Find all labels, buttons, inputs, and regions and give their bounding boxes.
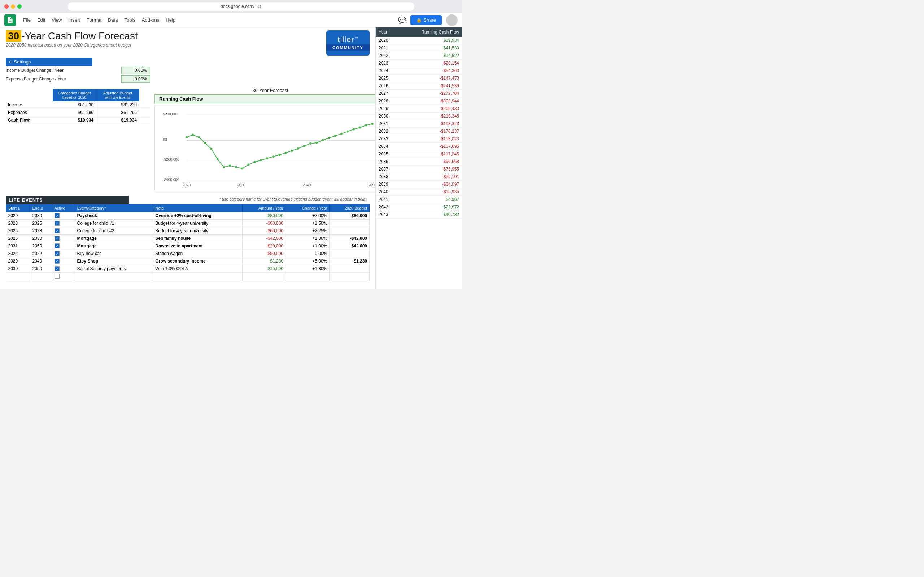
svg-point-15: [192, 134, 194, 136]
checkbox[interactable]: [55, 274, 60, 279]
chart-title: 30-Year Forecast: [155, 88, 375, 93]
le-budget: [330, 272, 370, 281]
table-row: 2035 -$117,245: [376, 150, 462, 158]
table-row: 2028 -$303,944: [376, 97, 462, 105]
url-text: docs.google.com/: [221, 4, 254, 9]
list-item: 2020 2040 ✓ Etsy Shop Grow secondary inc…: [6, 258, 370, 265]
cf-cell-col2: $61,296: [96, 109, 139, 116]
le-budget: -$42,000: [330, 242, 370, 250]
checkbox[interactable]: ✓: [55, 266, 60, 271]
menu-view[interactable]: View: [49, 16, 65, 24]
table-row: 2029 -$269,430: [376, 105, 462, 113]
le-change: +5.00%: [286, 258, 330, 265]
le-active[interactable]: ✓: [52, 258, 75, 265]
menu-file[interactable]: File: [20, 16, 34, 24]
le-event: Mortgage: [75, 242, 153, 250]
le-end: 2030: [30, 212, 52, 220]
le-active[interactable]: ✓: [52, 212, 75, 220]
le-event: College for child #1: [75, 220, 153, 227]
le-event: College for child #2: [75, 227, 153, 235]
checkbox[interactable]: ✓: [55, 251, 60, 256]
le-start: 2031: [6, 242, 30, 250]
table-row: 2041 $4,967: [376, 196, 462, 203]
rcf-cell: $19,934: [398, 37, 462, 44]
le-active[interactable]: ✓: [52, 250, 75, 258]
checkbox[interactable]: ✓: [55, 221, 60, 226]
le-active[interactable]: ✓: [52, 227, 75, 235]
le-active[interactable]: ✓: [52, 242, 75, 250]
checkbox[interactable]: ✓: [55, 228, 60, 233]
title-rest: -Year Cash Flow Forecast: [21, 30, 138, 42]
year-cell: 2034: [376, 143, 398, 150]
svg-point-38: [334, 135, 336, 137]
list-item: 2030 2050 ✓ Social Security payments Wit…: [6, 265, 370, 272]
close-button[interactable]: [4, 4, 9, 9]
reload-icon[interactable]: ↺: [257, 3, 262, 10]
le-budget: -$42,000: [330, 235, 370, 242]
le-event: Paycheck: [75, 212, 153, 220]
chart-dropdown[interactable]: Running Cash Flow ▼: [155, 95, 375, 103]
comments-icon[interactable]: 💬: [398, 16, 406, 24]
svg-point-30: [284, 152, 287, 154]
cf-adjusted-header: Adjusted Budget with Life Events: [96, 89, 139, 102]
table-row: 2021 $41,530: [376, 44, 462, 52]
checkbox[interactable]: ✓: [55, 259, 60, 264]
share-button[interactable]: 🔒 Share: [410, 15, 442, 25]
rcf-cell: -$34,097: [398, 181, 462, 188]
rcf-cell: -$117,245: [398, 150, 462, 158]
menu-items: File Edit View Insert Format Data Tools …: [20, 16, 397, 24]
menu-tools[interactable]: Tools: [121, 16, 138, 24]
tiller-name: tiller™: [338, 35, 358, 44]
le-active[interactable]: [52, 272, 75, 281]
year-cell: 2031: [376, 120, 398, 128]
cf-table-section: 2020Cash Flow Categories Budget based on…: [6, 86, 150, 193]
avatar[interactable]: [446, 15, 458, 26]
le-note-cell: With 1.3% COLA: [153, 265, 242, 272]
menu-format[interactable]: Format: [84, 16, 104, 24]
expense-value[interactable]: 0.00%: [121, 76, 150, 82]
menu-help[interactable]: Help: [163, 16, 178, 24]
le-active[interactable]: ✓: [52, 235, 75, 242]
le-header: LIFE EVENTS: [6, 196, 129, 204]
cf-cell-label: Income: [6, 102, 53, 108]
year-cell: 2039: [376, 181, 398, 188]
th-amount: Amount / Year: [242, 205, 286, 212]
table-row: 2025 -$147,473: [376, 75, 462, 82]
le-amount: -$20,000: [242, 242, 286, 250]
le-start: 2025: [6, 227, 30, 235]
le-end: 2026: [30, 220, 52, 227]
checkbox[interactable]: ✓: [55, 243, 60, 248]
minimize-button[interactable]: [11, 4, 15, 9]
cf-cell-col1: $19,934: [53, 116, 96, 124]
svg-point-39: [340, 133, 342, 135]
svg-point-31: [291, 150, 293, 152]
le-active[interactable]: ✓: [52, 220, 75, 227]
rcf-cell: -$178,237: [398, 128, 462, 135]
title-area: 30 -Year Cash Flow Forecast 2020-2050 fo…: [6, 30, 370, 56]
cf-table-header: 2020Cash Flow Categories Budget based on…: [6, 89, 150, 102]
year-cell: 2027: [376, 90, 398, 97]
le-note-cell: Downsize to apartment: [153, 242, 242, 250]
year-cell: 2020: [376, 37, 398, 44]
le-active[interactable]: ✓: [52, 265, 75, 272]
menu-data[interactable]: Data: [105, 16, 121, 24]
maximize-button[interactable]: [17, 4, 22, 9]
menu-edit[interactable]: Edit: [34, 16, 48, 24]
address-bar[interactable]: docs.google.com/ ↺: [68, 2, 414, 11]
checkbox[interactable]: ✓: [55, 213, 60, 218]
menu-insert[interactable]: Insert: [65, 16, 83, 24]
menu-addons[interactable]: Add-ons: [139, 16, 162, 24]
th-event: Event/Category*: [75, 205, 153, 212]
table-row: 2030 -$218,345: [376, 113, 462, 120]
le-note-cell: Sell family house: [153, 235, 242, 242]
year-cell: 2041: [376, 196, 398, 203]
rcf-cell: -$12,935: [398, 188, 462, 196]
year-cell: 2036: [376, 158, 398, 166]
le-end: [30, 272, 52, 281]
cf-cell-col1: $81,230: [53, 102, 96, 108]
svg-point-43: [365, 124, 367, 126]
income-value[interactable]: 0.00%: [121, 67, 150, 74]
checkbox[interactable]: ✓: [55, 236, 60, 241]
rcf-cell: -$96,668: [398, 158, 462, 166]
le-start: 2023: [6, 220, 30, 227]
